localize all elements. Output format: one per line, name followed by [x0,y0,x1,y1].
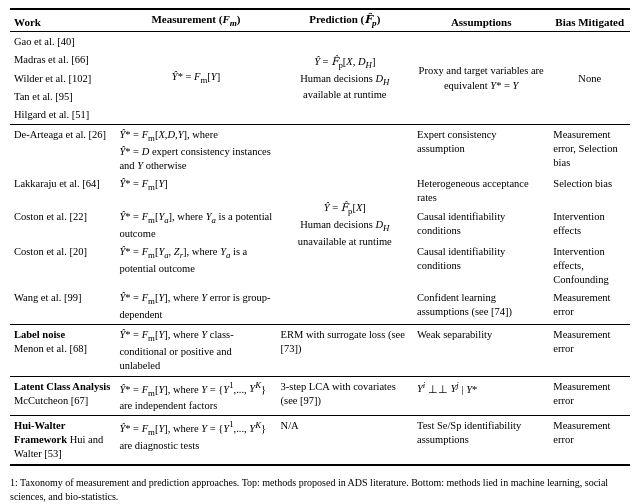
assumptions-cell: Heterogeneous acceptance rates [413,175,549,207]
work-cell: Wilder et al. [102] [10,70,115,88]
bias-cell: Measurement error [549,289,630,325]
prediction-cell: 3-step LCA with covariates (see [97]) [277,376,413,416]
work-cell: Coston et al. [20] [10,243,115,290]
bias-cell: None [549,32,630,125]
measurement-cell: Ŷ* = Fm[Y] [115,32,276,125]
header-assumptions: Assumptions [413,9,549,32]
measurement-cell: Ŷ* = Fm[Y], where Y error is group-depen… [115,289,276,325]
prediction-cell: Ŷ = F̂p[X]Human decisions DHunavailable … [277,125,413,325]
table-row: Hui-Walter Framework Hui and Walter [53]… [10,416,630,465]
work-cell: Hui-Walter Framework Hui and Walter [53] [10,416,115,465]
bias-cell: Intervention effects, Confounding [549,243,630,290]
work-cell: Wang et al. [99] [10,289,115,325]
measurement-cell: Ŷ* = Fm[Y], where Y = {Y1,..., YK} are d… [115,416,276,465]
header-prediction: Prediction (F̂p) [277,9,413,32]
work-cell: De-Arteaga et al. [26] [10,125,115,176]
work-cell: Gao et al. [40] [10,32,115,52]
bias-cell: Measurement error, Selection bias [549,125,630,176]
caption-text: 1: Taxonomy of measurement and predictio… [10,477,608,502]
measurement-cell: Ŷ* = Fm[Y], where Y class-conditional or… [115,325,276,376]
measurement-cell: Ŷ* = Fm[Y] [115,175,276,207]
table-row: Label noiseMenon et al. [68] Ŷ* = Fm[Y],… [10,325,630,376]
assumptions-cell: Yi ⊥⊥ Yj | Y* [413,376,549,416]
table-row: Latent Class AnalysisMcCutcheon [67] Ŷ* … [10,376,630,416]
table-row: Gao et al. [40] Ŷ* = Fm[Y] Ŷ = F̂p[X, DH… [10,32,630,52]
bias-cell: Intervention effects [549,208,630,243]
measurement-cell: Ŷ* = Fm[Ya, Zr], where Ya is a potential… [115,243,276,290]
work-cell: Tan et al. [95] [10,88,115,106]
work-cell: Label noiseMenon et al. [68] [10,325,115,376]
bias-cell: Measurement error [549,416,630,465]
main-table: Work Measurement (Fm) Prediction (F̂p) A… [10,8,630,466]
assumptions-cell: Causal identifiability conditions [413,243,549,290]
assumptions-cell: Causal identifiability conditions [413,208,549,243]
work-cell: Coston et al. [22] [10,208,115,243]
measurement-cell: Ŷ* = Fm[Y], where Y = {Y1,..., YK} are i… [115,376,276,416]
prediction-cell: ERM with surrogate loss (see [73]) [277,325,413,376]
assumptions-cell: Test Se/Sp identifiability assumptions [413,416,549,465]
work-cell: Madras et al. [66] [10,51,115,69]
table-row: De-Arteaga et al. [26] Ŷ* = Fm[X,D,Y], w… [10,125,630,176]
table-caption: 1: Taxonomy of measurement and predictio… [0,470,640,504]
work-cell: Lakkaraju et al. [64] [10,175,115,207]
bias-cell: Measurement error [549,325,630,376]
bias-cell: Measurement error [549,376,630,416]
assumptions-cell: Expert consistency assumption [413,125,549,176]
measurement-cell: Ŷ* = Fm[X,D,Y], whereŶ* = D expert consi… [115,125,276,176]
header-bias: Bias Mitigated [549,9,630,32]
header-work: Work [10,9,115,32]
bias-cell: Selection bias [549,175,630,207]
table-container: Work Measurement (Fm) Prediction (F̂p) A… [0,0,640,470]
header-row: Work Measurement (Fm) Prediction (F̂p) A… [10,9,630,32]
work-cell: Hilgard et al. [51] [10,106,115,125]
header-measurement: Measurement (Fm) [115,9,276,32]
work-cell: Latent Class AnalysisMcCutcheon [67] [10,376,115,416]
assumptions-cell: Weak separability [413,325,549,376]
prediction-cell: Ŷ = F̂p[X, DH]Human decisions DHavailabl… [277,32,413,125]
assumptions-cell: Confident learning assumptions (see [74]… [413,289,549,325]
measurement-cell: Ŷ* = Fm[Ya], where Ya is a potential out… [115,208,276,243]
assumptions-cell: Proxy and target variables are equivalen… [413,32,549,125]
prediction-cell: N/A [277,416,413,465]
